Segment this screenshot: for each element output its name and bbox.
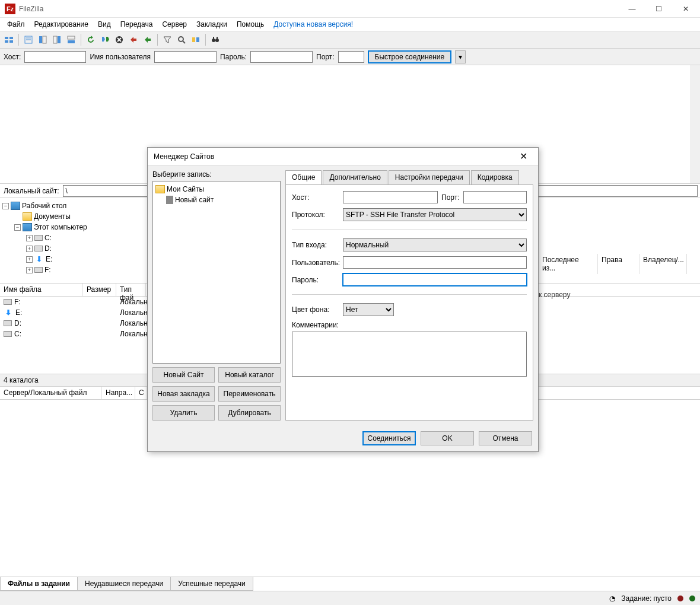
- col-type[interactable]: Тип фай: [116, 284, 146, 296]
- tree-node-desktop[interactable]: Рабочий стол: [22, 202, 66, 210]
- svg-rect-20: [213, 37, 214, 39]
- password-input[interactable]: [250, 51, 313, 63]
- tab-failed-transfers[interactable]: Неудавшиеся передачи: [77, 577, 171, 591]
- tree-node-this-pc[interactable]: Этот компьютер: [34, 223, 87, 231]
- svg-rect-16: [192, 37, 195, 42]
- tab-charset[interactable]: Кодировка: [471, 170, 519, 184]
- compare-icon[interactable]: [189, 33, 202, 46]
- local-site-label: Локальный сайт:: [0, 187, 63, 195]
- new-site-button[interactable]: Новый Сайт: [152, 367, 215, 383]
- dlg-protocol-select[interactable]: SFTP - SSH File Transfer Protocol: [343, 208, 527, 221]
- toggle-local-tree-icon[interactable]: [36, 33, 49, 46]
- tree-my-sites[interactable]: Мои Сайты: [167, 185, 204, 193]
- menu-transfer[interactable]: Передача: [116, 19, 158, 30]
- col-server-file[interactable]: Сервер/Локальный файл: [0, 387, 102, 399]
- new-bookmark-button[interactable]: Новая закладка: [152, 386, 215, 402]
- dlg-comments-label: Комментарии:: [292, 321, 527, 329]
- desktop-icon: [11, 202, 20, 210]
- binoculars-icon[interactable]: [209, 33, 222, 46]
- col-last-modified[interactable]: Последнее из...: [539, 254, 598, 274]
- expand-icon[interactable]: −: [2, 203, 9, 209]
- dlg-bgcolor-select[interactable]: Нет: [343, 303, 394, 316]
- delete-button[interactable]: Удалить: [152, 405, 215, 421]
- window-minimize-button[interactable]: —: [619, 0, 645, 18]
- site-tree[interactable]: Мои Сайты Новый сайт: [152, 181, 281, 364]
- tab-general[interactable]: Общие: [285, 170, 322, 184]
- col-direction[interactable]: Напра...: [102, 387, 135, 399]
- tree-node-drive[interactable]: D:: [44, 244, 52, 253]
- dlg-pass-input[interactable]: [343, 273, 527, 286]
- expand-icon[interactable]: −: [14, 224, 21, 231]
- username-input[interactable]: [154, 51, 217, 63]
- refresh-icon[interactable]: [84, 33, 97, 46]
- duplicate-button[interactable]: Дублировать: [218, 405, 281, 421]
- reconnect-icon[interactable]: [141, 33, 154, 46]
- menu-update-available[interactable]: Доступна новая версия!: [269, 19, 358, 30]
- tree-new-site[interactable]: Новый сайт: [175, 196, 214, 204]
- rename-button[interactable]: Переименовать: [218, 386, 281, 402]
- col-owner[interactable]: Владелец/...: [639, 254, 687, 274]
- password-label: Пароль:: [220, 53, 247, 61]
- dialog-titlebar[interactable]: Менеджер Сайтов ✕: [148, 148, 538, 165]
- tree-node-documents[interactable]: Документы: [34, 212, 71, 221]
- dlg-port-input[interactable]: [463, 191, 527, 203]
- svg-rect-3: [9, 40, 13, 43]
- dlg-comments-textarea[interactable]: [292, 332, 527, 377]
- expand-icon[interactable]: +: [26, 267, 33, 273]
- process-queue-icon[interactable]: [98, 33, 112, 46]
- window-close-button[interactable]: ✕: [672, 0, 699, 18]
- connect-button[interactable]: Соединиться: [362, 431, 416, 445]
- toggle-log-icon[interactable]: [22, 33, 35, 46]
- col-other[interactable]: С: [135, 387, 147, 399]
- tree-node-drive[interactable]: E:: [46, 255, 52, 263]
- expand-icon[interactable]: +: [26, 256, 33, 263]
- col-size[interactable]: Размер: [83, 284, 116, 296]
- site-manager-dialog: Менеджер Сайтов ✕ Выберите запись: Мои С…: [147, 147, 539, 452]
- menu-help[interactable]: Помощь: [232, 19, 269, 30]
- dlg-host-input[interactable]: [343, 191, 438, 203]
- port-input[interactable]: [338, 51, 364, 63]
- dlg-logon-select[interactable]: Нормальный: [343, 238, 527, 251]
- menu-file[interactable]: Файл: [2, 19, 30, 30]
- app-logo-icon: Fz: [5, 4, 15, 14]
- remote-not-connected-message: к серверу: [539, 291, 570, 299]
- tab-queued-files[interactable]: Файлы в задании: [0, 577, 78, 591]
- col-permissions[interactable]: Права: [598, 254, 639, 274]
- expand-icon[interactable]: +: [26, 246, 33, 252]
- svg-rect-9: [53, 36, 57, 43]
- drive-icon: [34, 246, 43, 251]
- scrollbar[interactable]: [690, 65, 700, 183]
- dlg-host-label: Хост:: [292, 193, 339, 202]
- filter-icon[interactable]: [161, 33, 174, 46]
- dialog-title: Менеджер Сайтов: [154, 152, 514, 161]
- col-name[interactable]: Имя файла: [0, 284, 83, 296]
- expand-icon[interactable]: +: [26, 235, 33, 241]
- window-maximize-button[interactable]: ☐: [645, 0, 672, 18]
- quickconnect-dropdown[interactable]: ▾: [455, 50, 466, 63]
- select-entry-label: Выберите запись:: [152, 170, 281, 179]
- menu-view[interactable]: Вид: [93, 19, 116, 30]
- disconnect-icon[interactable]: [127, 33, 140, 46]
- tree-node-drive[interactable]: C:: [44, 234, 52, 242]
- tree-node-drive[interactable]: F:: [44, 266, 51, 274]
- svg-rect-1: [9, 37, 13, 39]
- site-manager-icon[interactable]: [2, 33, 15, 46]
- menu-edit[interactable]: Редактирование: [30, 19, 93, 30]
- dlg-user-input[interactable]: [343, 256, 527, 269]
- host-input[interactable]: [24, 51, 86, 63]
- tab-successful-transfers[interactable]: Успешные передачи: [170, 577, 253, 591]
- cancel-icon[interactable]: [113, 33, 126, 46]
- toggle-queue-icon[interactable]: [65, 33, 78, 46]
- toggle-remote-tree-icon[interactable]: [50, 33, 63, 46]
- quickconnect-button[interactable]: Быстрое соединение: [368, 50, 452, 63]
- cancel-button[interactable]: Отмена: [479, 431, 532, 445]
- dialog-close-button[interactable]: ✕: [514, 151, 532, 162]
- menu-server[interactable]: Сервер: [157, 19, 192, 30]
- tab-advanced[interactable]: Дополнительно: [323, 170, 387, 184]
- new-folder-button[interactable]: Новый каталог: [218, 367, 281, 383]
- menu-bookmarks[interactable]: Закладки: [192, 19, 232, 30]
- toolbar-separator: [157, 34, 158, 46]
- search-icon[interactable]: [175, 33, 188, 46]
- tab-transfer-settings[interactable]: Настройки передачи: [389, 170, 470, 184]
- ok-button[interactable]: OK: [421, 431, 474, 445]
